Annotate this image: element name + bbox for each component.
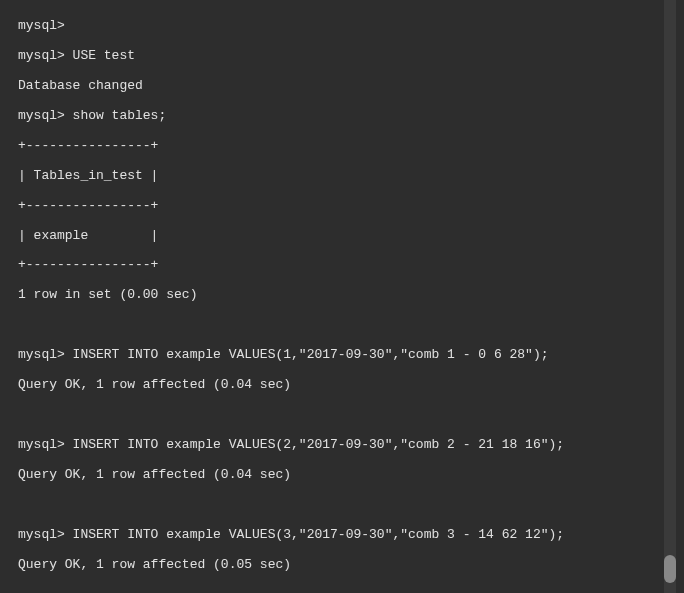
terminal-line: Database changed bbox=[18, 79, 682, 94]
terminal-line: mysql> INSERT INTO example VALUES(1,"201… bbox=[18, 348, 682, 363]
terminal-line bbox=[18, 498, 682, 513]
terminal-output[interactable]: mysql> mysql> USE test Database changed … bbox=[0, 0, 684, 593]
terminal-line: +----------------+ bbox=[18, 258, 682, 273]
terminal-line: Query OK, 1 row affected (0.04 sec) bbox=[18, 378, 682, 393]
scrollbar-thumb[interactable] bbox=[664, 555, 676, 583]
terminal-line: mysql> USE test bbox=[18, 49, 682, 64]
terminal-line: 1 row in set (0.00 sec) bbox=[18, 288, 682, 303]
terminal-line: Query OK, 1 row affected (0.04 sec) bbox=[18, 468, 682, 483]
terminal-line: | example | bbox=[18, 229, 682, 244]
terminal-line: +----------------+ bbox=[18, 199, 682, 214]
terminal-line bbox=[18, 408, 682, 423]
terminal-line: +----------------+ bbox=[18, 139, 682, 154]
terminal-line: mysql> show tables; bbox=[18, 109, 682, 124]
terminal-line: mysql> INSERT INTO example VALUES(2,"201… bbox=[18, 438, 682, 453]
terminal-line: mysql> bbox=[18, 19, 682, 34]
terminal-line: mysql> INSERT INTO example VALUES(3,"201… bbox=[18, 528, 682, 543]
terminal-line: | Tables_in_test | bbox=[18, 169, 682, 184]
terminal-line bbox=[18, 588, 682, 593]
scrollbar-track[interactable] bbox=[664, 0, 676, 593]
terminal-line bbox=[18, 318, 682, 333]
terminal-line: Query OK, 1 row affected (0.05 sec) bbox=[18, 558, 682, 573]
